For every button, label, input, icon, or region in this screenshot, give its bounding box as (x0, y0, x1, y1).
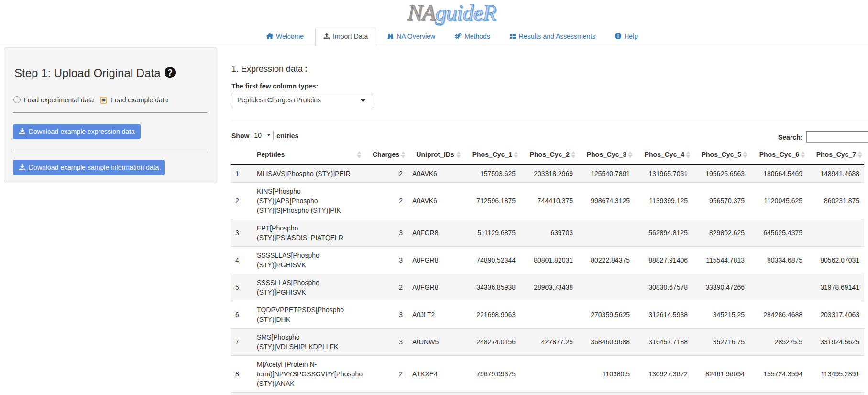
svg-text:?: ? (167, 68, 173, 77)
